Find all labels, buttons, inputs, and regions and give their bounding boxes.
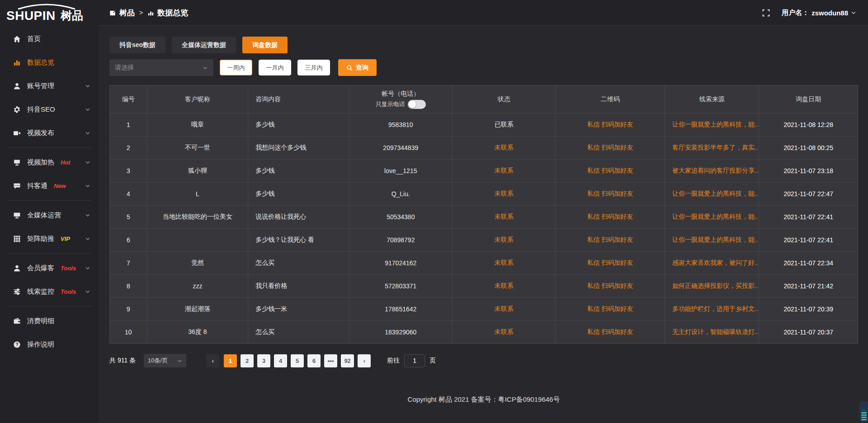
page-button-3[interactable]: 3 [257,354,270,367]
fullscreen-icon[interactable] [762,9,770,17]
cell-account: Q_Liu. [349,183,452,206]
account-select[interactable]: 请选择 [109,59,213,76]
sidebar-item-label: 抖客通 [27,182,47,190]
next-page-button[interactable]: › [358,354,371,367]
page-button-6[interactable]: 6 [307,354,321,367]
page-button-2[interactable]: 2 [241,354,254,367]
table-body: 1哦章多少钱9583810已联系私信 扫码加好友让你一眼就爱上的黑科技，能...… [110,113,858,344]
cell-index: 10 [110,321,147,344]
cell-qrcode[interactable]: 私信 扫码加好友 [556,321,665,344]
bar-chart-icon [147,9,154,16]
sidebar-item-badge: New [54,183,66,189]
cell-qrcode[interactable]: 私信 扫码加好友 [556,252,665,275]
sliders-icon [13,287,21,296]
tab-media-data[interactable]: 全媒体运营数据 [172,37,236,53]
cell-date: 2021-11-08 00:25 [759,136,858,160]
cell-content: 怎么买 [248,252,349,275]
column-header-date: 询盘日期 [759,85,858,113]
period-button[interactable]: 一周内 [220,60,252,75]
goto-group: 前往 页 [387,354,436,367]
sidebar-item-douyin-seo[interactable]: 抖音SEO [0,99,99,120]
sidebar-divider [7,306,91,306]
page-button-92[interactable]: 92 [341,354,354,367]
sidebar-item-clue[interactable]: 线索监控Tools [0,281,99,302]
cell-account: 572803371 [349,275,452,298]
pagination: 共 911 条 10条/页 ‹ 123456•••92 › 前往 页 [109,354,858,367]
breadcrumb-home[interactable]: 树品 [109,8,135,18]
breadcrumb-current[interactable]: 数据总览 [147,8,188,18]
column-header-status: 状态 [452,85,555,113]
prev-page-button[interactable]: ‹ [206,354,219,367]
period-button[interactable]: 三月内 [297,60,330,75]
period-button[interactable]: 一月内 [259,60,291,75]
cell-source[interactable]: 让你一眼就爱上的黑科技，能... [665,229,759,252]
sidebar-item-account[interactable]: 账号管理 [0,75,99,96]
table-row: 6多少钱？让我死心 看70898792未联系私信 扫码加好友让你一眼就爱上的黑科… [110,229,858,252]
cell-date: 2021-11-07 23:18 [759,160,858,183]
svg-text:?: ? [15,342,18,347]
sidebar-item-video-heat[interactable]: 视频加热Hot [0,152,99,173]
cell-nickname: 潮起潮落 [147,298,248,321]
cell-date: 2021-11-07 22:41 [759,229,858,252]
column-header-content: 咨询内容 [248,85,349,113]
cell-source[interactable]: 感谢大家喜欢我家，被问了好... [665,252,759,275]
cell-source[interactable]: 被大家追着问的客厅投影分享... [665,160,759,183]
sidebar-item-matrix[interactable]: 矩阵助推VIP [0,228,99,249]
page-size-select[interactable]: 10条/页 [144,354,186,367]
cell-content: 多少钱？让我死心 看 [248,229,349,252]
chevron-down-icon [85,107,90,112]
cell-account: 9583810 [349,113,452,136]
cell-qrcode[interactable]: 私信 扫码加好友 [556,229,665,252]
page-button-5[interactable]: 5 [291,354,304,367]
page-button-4[interactable]: 4 [274,354,287,367]
cell-source[interactable]: 让你一眼就爱上的黑科技，能... [665,183,759,206]
sidebar-item-data[interactable]: 数据总览 [0,52,99,73]
cell-qrcode[interactable]: 私信 扫码加好友 [556,206,665,229]
sidebar-item-consume[interactable]: 消费明细 [0,310,99,331]
column-header-account: 帐号（电话）只显示电话 [349,85,452,113]
cell-qrcode[interactable]: 私信 扫码加好友 [556,160,665,183]
cell-qrcode[interactable]: 私信 扫码加好友 [556,113,665,136]
cell-source[interactable]: 多功能护栏灯，适用于乡村文... [665,298,759,321]
cell-nickname: 当地比较能吃的一位美女 [147,206,248,229]
cell-qrcode[interactable]: 私信 扫码加好友 [556,298,665,321]
goto-page-input[interactable] [404,354,425,367]
tab-seo-data[interactable]: 抖音seo数据 [109,37,165,53]
sidebar-item-label: 账号管理 [27,82,54,90]
cell-qrcode[interactable]: 私信 扫码加好友 [556,275,665,298]
table-row: 1哦章多少钱9583810已联系私信 扫码加好友让你一眼就爱上的黑科技，能...… [110,113,858,136]
chevron-down-icon [85,265,90,271]
search-button[interactable]: 查询 [338,59,377,76]
search-icon [346,65,353,71]
sidebar-item-video-pub[interactable]: 视频发布 [0,122,99,143]
cell-source[interactable]: 让你一眼就爱上的黑科技，能... [665,206,759,229]
cell-source[interactable]: 客厅安装投影半年多了，真实... [665,136,759,160]
floating-widget[interactable] [859,401,868,422]
user-menu[interactable]: 用户名：zswodun88 [782,9,856,17]
cell-qrcode[interactable]: 私信 扫码加好友 [556,183,665,206]
page-ellipsis[interactable]: ••• [324,354,337,367]
sidebar-item-home[interactable]: 首页 [0,28,99,49]
cell-nickname [147,229,248,252]
cell-source[interactable]: 无主灯设计，智能磁吸轨道灯... [665,321,759,344]
chart-icon [13,58,21,66]
cell-content: 多少钱 [248,183,349,206]
goto-suffix: 页 [429,357,436,365]
cell-status: 未联系 [452,229,555,252]
footer-copyright: Copyright 树品 2021 备案号：粤ICP备09019646号 [109,395,858,404]
cell-nickname: 36度 8 [147,321,248,344]
phone-only-label: 只显示电话 [376,100,405,108]
cell-source[interactable]: 让你一眼就爱上的黑科技，能... [665,113,759,136]
page-button-1[interactable]: 1 [224,354,237,367]
square-pen-icon [109,9,116,16]
sidebar-item-media-ops[interactable]: 全媒体运营 [0,205,99,226]
cell-source[interactable]: 如何正确选择投影仪，买投影... [665,275,759,298]
cell-content: 多少钱 [248,113,349,136]
sidebar-item-member[interactable]: 会员爆客Tools [0,258,99,278]
phone-only-toggle[interactable] [408,100,426,109]
tab-inquiry[interactable]: 询盘数据 [242,37,288,53]
user-area: 用户名：zswodun88 [762,9,856,17]
sidebar-item-douketong[interactable]: 抖客通New [0,175,99,196]
sidebar-item-help[interactable]: ?操作说明 [0,334,99,355]
cell-qrcode[interactable]: 私信 扫码加好友 [556,136,665,160]
